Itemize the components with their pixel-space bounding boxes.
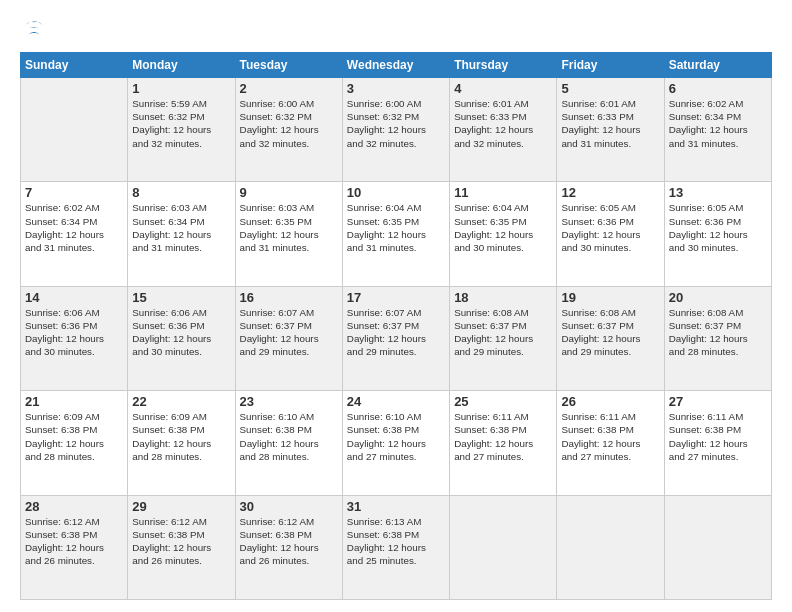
calendar-cell: 30Sunrise: 6:12 AM Sunset: 6:38 PM Dayli… [235, 495, 342, 599]
cell-day-number: 18 [454, 290, 552, 305]
cell-day-number: 12 [561, 185, 659, 200]
cell-info: Sunrise: 6:08 AM Sunset: 6:37 PM Dayligh… [561, 306, 659, 359]
cell-day-number: 25 [454, 394, 552, 409]
calendar-cell: 28Sunrise: 6:12 AM Sunset: 6:38 PM Dayli… [21, 495, 128, 599]
page: SundayMondayTuesdayWednesdayThursdayFrid… [0, 0, 792, 612]
cell-info: Sunrise: 6:02 AM Sunset: 6:34 PM Dayligh… [25, 201, 123, 254]
cell-day-number: 23 [240, 394, 338, 409]
cell-day-number: 13 [669, 185, 767, 200]
weekday-header-thursday: Thursday [450, 53, 557, 78]
cell-day-number: 19 [561, 290, 659, 305]
cell-day-number: 7 [25, 185, 123, 200]
header [20, 16, 772, 44]
cell-info: Sunrise: 6:11 AM Sunset: 6:38 PM Dayligh… [454, 410, 552, 463]
calendar-row: 14Sunrise: 6:06 AM Sunset: 6:36 PM Dayli… [21, 286, 772, 390]
logo [20, 16, 52, 44]
cell-info: Sunrise: 6:04 AM Sunset: 6:35 PM Dayligh… [347, 201, 445, 254]
cell-day-number: 15 [132, 290, 230, 305]
weekday-header-sunday: Sunday [21, 53, 128, 78]
cell-day-number: 24 [347, 394, 445, 409]
cell-day-number: 16 [240, 290, 338, 305]
cell-info: Sunrise: 6:12 AM Sunset: 6:38 PM Dayligh… [25, 515, 123, 568]
calendar-cell: 11Sunrise: 6:04 AM Sunset: 6:35 PM Dayli… [450, 182, 557, 286]
calendar-row: 21Sunrise: 6:09 AM Sunset: 6:38 PM Dayli… [21, 391, 772, 495]
calendar-cell: 22Sunrise: 6:09 AM Sunset: 6:38 PM Dayli… [128, 391, 235, 495]
cell-info: Sunrise: 6:02 AM Sunset: 6:34 PM Dayligh… [669, 97, 767, 150]
calendar-cell: 26Sunrise: 6:11 AM Sunset: 6:38 PM Dayli… [557, 391, 664, 495]
cell-info: Sunrise: 6:11 AM Sunset: 6:38 PM Dayligh… [561, 410, 659, 463]
cell-info: Sunrise: 6:09 AM Sunset: 6:38 PM Dayligh… [132, 410, 230, 463]
calendar-cell [450, 495, 557, 599]
cell-day-number: 9 [240, 185, 338, 200]
cell-info: Sunrise: 6:08 AM Sunset: 6:37 PM Dayligh… [454, 306, 552, 359]
calendar-cell: 10Sunrise: 6:04 AM Sunset: 6:35 PM Dayli… [342, 182, 449, 286]
calendar-cell: 18Sunrise: 6:08 AM Sunset: 6:37 PM Dayli… [450, 286, 557, 390]
cell-info: Sunrise: 6:04 AM Sunset: 6:35 PM Dayligh… [454, 201, 552, 254]
calendar-cell: 8Sunrise: 6:03 AM Sunset: 6:34 PM Daylig… [128, 182, 235, 286]
cell-day-number: 22 [132, 394, 230, 409]
cell-info: Sunrise: 6:06 AM Sunset: 6:36 PM Dayligh… [25, 306, 123, 359]
cell-day-number: 11 [454, 185, 552, 200]
calendar-cell: 4Sunrise: 6:01 AM Sunset: 6:33 PM Daylig… [450, 78, 557, 182]
cell-day-number: 30 [240, 499, 338, 514]
calendar-cell: 7Sunrise: 6:02 AM Sunset: 6:34 PM Daylig… [21, 182, 128, 286]
cell-info: Sunrise: 6:05 AM Sunset: 6:36 PM Dayligh… [669, 201, 767, 254]
cell-info: Sunrise: 6:07 AM Sunset: 6:37 PM Dayligh… [347, 306, 445, 359]
cell-info: Sunrise: 6:03 AM Sunset: 6:34 PM Dayligh… [132, 201, 230, 254]
calendar-row: 7Sunrise: 6:02 AM Sunset: 6:34 PM Daylig… [21, 182, 772, 286]
weekday-header-friday: Friday [557, 53, 664, 78]
cell-day-number: 14 [25, 290, 123, 305]
cell-day-number: 8 [132, 185, 230, 200]
calendar-cell: 24Sunrise: 6:10 AM Sunset: 6:38 PM Dayli… [342, 391, 449, 495]
calendar-cell: 5Sunrise: 6:01 AM Sunset: 6:33 PM Daylig… [557, 78, 664, 182]
calendar-cell [664, 495, 771, 599]
cell-info: Sunrise: 6:10 AM Sunset: 6:38 PM Dayligh… [347, 410, 445, 463]
calendar-cell: 25Sunrise: 6:11 AM Sunset: 6:38 PM Dayli… [450, 391, 557, 495]
calendar-header-row: SundayMondayTuesdayWednesdayThursdayFrid… [21, 53, 772, 78]
calendar-cell [557, 495, 664, 599]
logo-icon [20, 16, 48, 44]
cell-day-number: 2 [240, 81, 338, 96]
calendar-cell: 2Sunrise: 6:00 AM Sunset: 6:32 PM Daylig… [235, 78, 342, 182]
calendar-cell: 21Sunrise: 6:09 AM Sunset: 6:38 PM Dayli… [21, 391, 128, 495]
cell-day-number: 31 [347, 499, 445, 514]
cell-day-number: 10 [347, 185, 445, 200]
cell-info: Sunrise: 6:03 AM Sunset: 6:35 PM Dayligh… [240, 201, 338, 254]
calendar-cell: 19Sunrise: 6:08 AM Sunset: 6:37 PM Dayli… [557, 286, 664, 390]
cell-info: Sunrise: 6:00 AM Sunset: 6:32 PM Dayligh… [240, 97, 338, 150]
calendar-cell: 17Sunrise: 6:07 AM Sunset: 6:37 PM Dayli… [342, 286, 449, 390]
cell-info: Sunrise: 6:12 AM Sunset: 6:38 PM Dayligh… [240, 515, 338, 568]
cell-day-number: 3 [347, 81, 445, 96]
calendar-cell: 27Sunrise: 6:11 AM Sunset: 6:38 PM Dayli… [664, 391, 771, 495]
calendar-cell: 12Sunrise: 6:05 AM Sunset: 6:36 PM Dayli… [557, 182, 664, 286]
calendar-cell: 31Sunrise: 6:13 AM Sunset: 6:38 PM Dayli… [342, 495, 449, 599]
calendar-cell: 15Sunrise: 6:06 AM Sunset: 6:36 PM Dayli… [128, 286, 235, 390]
calendar-row: 28Sunrise: 6:12 AM Sunset: 6:38 PM Dayli… [21, 495, 772, 599]
cell-day-number: 27 [669, 394, 767, 409]
calendar-cell: 23Sunrise: 6:10 AM Sunset: 6:38 PM Dayli… [235, 391, 342, 495]
cell-info: Sunrise: 6:00 AM Sunset: 6:32 PM Dayligh… [347, 97, 445, 150]
calendar-cell: 16Sunrise: 6:07 AM Sunset: 6:37 PM Dayli… [235, 286, 342, 390]
calendar-cell: 14Sunrise: 6:06 AM Sunset: 6:36 PM Dayli… [21, 286, 128, 390]
cell-info: Sunrise: 5:59 AM Sunset: 6:32 PM Dayligh… [132, 97, 230, 150]
weekday-header-saturday: Saturday [664, 53, 771, 78]
cell-day-number: 5 [561, 81, 659, 96]
weekday-header-monday: Monday [128, 53, 235, 78]
cell-info: Sunrise: 6:01 AM Sunset: 6:33 PM Dayligh… [454, 97, 552, 150]
calendar-table: SundayMondayTuesdayWednesdayThursdayFrid… [20, 52, 772, 600]
cell-info: Sunrise: 6:01 AM Sunset: 6:33 PM Dayligh… [561, 97, 659, 150]
calendar-cell: 3Sunrise: 6:00 AM Sunset: 6:32 PM Daylig… [342, 78, 449, 182]
cell-day-number: 20 [669, 290, 767, 305]
calendar-cell: 13Sunrise: 6:05 AM Sunset: 6:36 PM Dayli… [664, 182, 771, 286]
cell-info: Sunrise: 6:13 AM Sunset: 6:38 PM Dayligh… [347, 515, 445, 568]
weekday-header-tuesday: Tuesday [235, 53, 342, 78]
calendar-cell: 29Sunrise: 6:12 AM Sunset: 6:38 PM Dayli… [128, 495, 235, 599]
cell-day-number: 17 [347, 290, 445, 305]
cell-day-number: 1 [132, 81, 230, 96]
cell-day-number: 26 [561, 394, 659, 409]
calendar-cell: 6Sunrise: 6:02 AM Sunset: 6:34 PM Daylig… [664, 78, 771, 182]
cell-day-number: 4 [454, 81, 552, 96]
weekday-header-wednesday: Wednesday [342, 53, 449, 78]
calendar-row: 1Sunrise: 5:59 AM Sunset: 6:32 PM Daylig… [21, 78, 772, 182]
cell-info: Sunrise: 6:12 AM Sunset: 6:38 PM Dayligh… [132, 515, 230, 568]
